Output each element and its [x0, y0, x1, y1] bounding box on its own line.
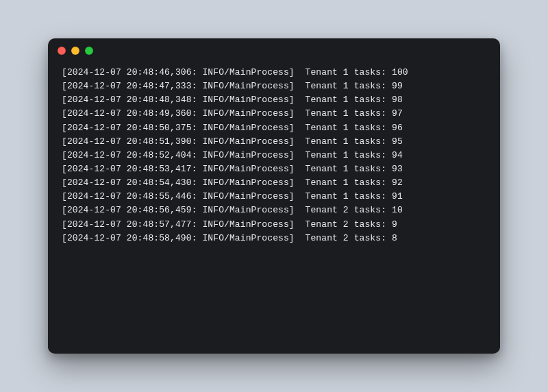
log-line: [2024-12-07 20:48:47,333: INFO/MainProce… — [62, 79, 486, 93]
close-icon[interactable] — [58, 47, 66, 55]
log-line: [2024-12-07 20:48:50,375: INFO/MainProce… — [62, 121, 486, 135]
log-line: [2024-12-07 20:48:51,390: INFO/MainProce… — [62, 135, 486, 149]
log-line: [2024-12-07 20:48:58,490: INFO/MainProce… — [62, 232, 486, 245]
terminal-window: [2024-12-07 20:48:46,306: INFO/MainProce… — [48, 38, 500, 354]
log-line: [2024-12-07 20:48:48,348: INFO/MainProce… — [62, 93, 486, 107]
log-line: [2024-12-07 20:48:52,404: INFO/MainProce… — [62, 149, 486, 162]
log-line: [2024-12-07 20:48:54,430: INFO/MainProce… — [62, 176, 486, 190]
log-line: [2024-12-07 20:48:53,417: INFO/MainProce… — [62, 162, 486, 176]
terminal-output: [2024-12-07 20:48:46,306: INFO/MainProce… — [48, 63, 500, 354]
stage: [2024-12-07 20:48:46,306: INFO/MainProce… — [0, 0, 548, 392]
minimize-icon[interactable] — [71, 47, 79, 55]
log-line: [2024-12-07 20:48:46,306: INFO/MainProce… — [62, 66, 486, 79]
log-line: [2024-12-07 20:48:57,477: INFO/MainProce… — [62, 218, 486, 232]
log-line: [2024-12-07 20:48:49,360: INFO/MainProce… — [62, 107, 486, 121]
window-titlebar — [48, 38, 500, 63]
log-line: [2024-12-07 20:48:56,459: INFO/MainProce… — [62, 204, 486, 217]
zoom-icon[interactable] — [85, 47, 93, 55]
log-line: [2024-12-07 20:48:55,446: INFO/MainProce… — [62, 190, 486, 204]
